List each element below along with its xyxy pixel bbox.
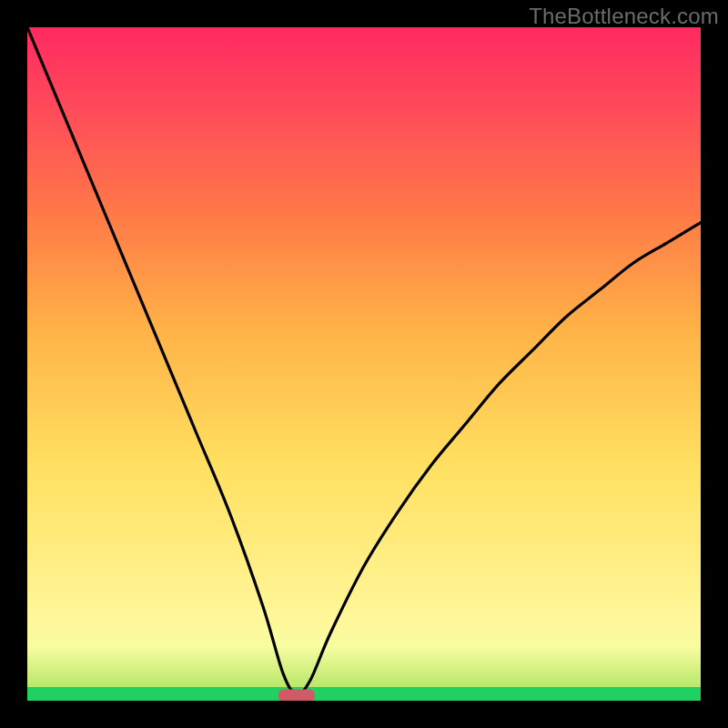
curve-layer xyxy=(27,27,701,701)
plot-area xyxy=(27,27,701,701)
bottleneck-curve xyxy=(27,27,701,694)
watermark-text: TheBottleneck.com xyxy=(529,4,719,29)
minimum-marker xyxy=(278,690,315,701)
chart-frame: TheBottleneck.com xyxy=(0,0,728,728)
curve-path xyxy=(27,27,701,694)
